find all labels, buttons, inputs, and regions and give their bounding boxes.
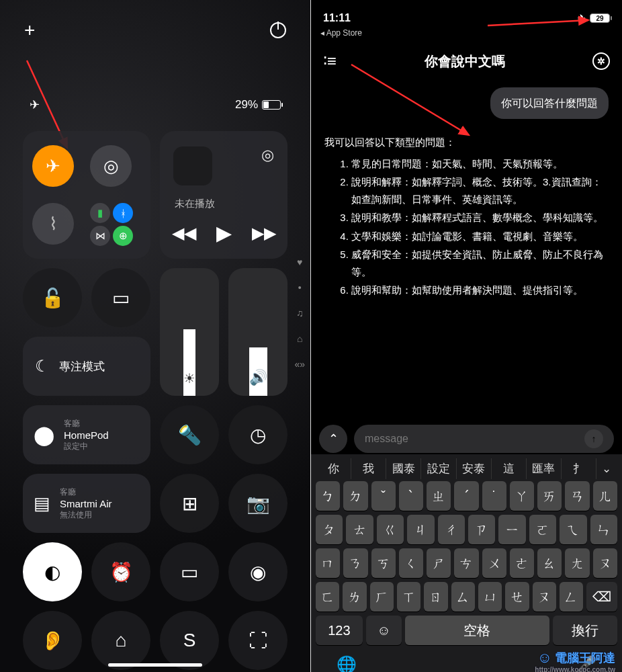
key[interactable]: ㄖ: [424, 582, 447, 612]
key[interactable]: ㄡ: [533, 582, 556, 612]
key[interactable]: ㄊ: [346, 515, 373, 544]
space-key[interactable]: 空格: [405, 616, 549, 645]
suggestion[interactable]: 國泰: [386, 458, 421, 479]
airplane-mode-toggle[interactable]: ✈: [32, 145, 74, 187]
key[interactable]: ㄟ: [560, 515, 586, 544]
flashlight-button[interactable]: 🔦: [160, 405, 219, 464]
timer-button[interactable]: ◷: [228, 405, 287, 464]
key[interactable]: ㄐ: [407, 515, 434, 544]
key[interactable]: ㄦ: [593, 481, 617, 511]
focus-mode-tile[interactable]: ☾ 專注模式: [23, 337, 150, 396]
favorite-icon[interactable]: ♥: [297, 257, 302, 267]
orientation-lock-button[interactable]: 🔓: [23, 268, 82, 327]
brightness-slider[interactable]: ☀: [160, 268, 219, 396]
key[interactable]: ㄧ: [498, 515, 525, 544]
key[interactable]: ㄏ: [370, 582, 394, 612]
volume-slider[interactable]: 🔊: [228, 268, 287, 396]
wifi-toggle[interactable]: ⌇: [32, 203, 74, 245]
power-icon[interactable]: [270, 22, 286, 38]
send-button[interactable]: ↑: [584, 429, 603, 448]
key[interactable]: ㄣ: [590, 515, 617, 544]
music-icon[interactable]: ♫: [296, 308, 304, 319]
key[interactable]: ㄒ: [397, 582, 420, 612]
airdrop-toggle[interactable]: ◎: [90, 145, 132, 187]
key[interactable]: ˇ: [371, 481, 396, 511]
menu-icon[interactable]: ∶≡: [323, 52, 337, 71]
key[interactable]: ㄇ: [316, 548, 340, 578]
key[interactable]: ㄚ: [510, 481, 534, 511]
return-key[interactable]: 換行: [553, 616, 617, 645]
key[interactable]: ㄋ: [343, 548, 367, 578]
radio-icon[interactable]: «»: [294, 359, 305, 370]
homepod-tile[interactable]: ⬤ 客廳 HomePod 設定中: [23, 405, 150, 464]
key[interactable]: ㄙ: [451, 582, 475, 612]
key[interactable]: ㄤ: [565, 548, 589, 578]
camera-button[interactable]: 📷: [228, 474, 287, 533]
media-tile[interactable]: ◎ 未在播放 ◀◀ ▶ ▶▶: [160, 131, 287, 259]
key[interactable]: ㄩ: [478, 582, 502, 612]
home-icon[interactable]: ⌂: [297, 333, 302, 344]
key[interactable]: ㄅ: [316, 481, 340, 511]
key[interactable]: ㄕ: [427, 548, 451, 578]
key[interactable]: ˙: [482, 481, 506, 511]
key[interactable]: ㄡ: [593, 548, 617, 578]
suggestion-bar[interactable]: 你 我 國泰 設定 安泰 這 匯率 扌 ⌄: [314, 458, 619, 479]
backspace-key[interactable]: ⌫: [586, 582, 617, 612]
key[interactable]: ㄝ: [505, 582, 529, 612]
alarm-button[interactable]: ⏰: [91, 542, 150, 601]
emoji-key[interactable]: ☺: [366, 616, 402, 645]
key[interactable]: ㄗ: [468, 515, 495, 544]
suggestion[interactable]: 扌: [562, 458, 596, 479]
play-icon[interactable]: ▶: [216, 221, 232, 245]
key[interactable]: ㄜ: [510, 548, 534, 578]
keyboard[interactable]: 你 我 國泰 設定 安泰 這 匯率 扌 ⌄ ㄅㄉˇˋㄓˊ˙ㄚㄞㄢㄦ ㄆㄊㄍㄐㄔㄗ…: [311, 454, 622, 672]
key[interactable]: ㄢ: [565, 481, 589, 511]
key[interactable]: ㄨ: [482, 548, 506, 578]
key[interactable]: ㄞ: [537, 481, 562, 511]
screen-record-button[interactable]: ◉: [228, 542, 287, 601]
home-indicator[interactable]: [108, 663, 202, 667]
add-icon[interactable]: +: [24, 19, 35, 41]
key[interactable]: ㄘ: [454, 548, 478, 578]
key[interactable]: ㄛ: [529, 515, 556, 544]
suggestion[interactable]: 設定: [421, 458, 456, 479]
connectivity-tile[interactable]: ✈ ◎ ⌇ ▮ ᚼ ⋈ ⊕: [23, 131, 150, 259]
key[interactable]: ˋ: [399, 481, 423, 511]
message-input[interactable]: message ↑: [354, 425, 614, 453]
dark-mode-button[interactable]: ◐: [23, 542, 82, 601]
hearing-button[interactable]: 👂: [23, 611, 82, 670]
settings-icon[interactable]: ✲: [592, 52, 610, 70]
shazam-button[interactable]: S: [160, 611, 219, 670]
calculator-button[interactable]: ⊞: [160, 474, 219, 533]
suggestion[interactable]: 安泰: [457, 458, 492, 479]
home-app-button[interactable]: ⌂: [91, 611, 150, 670]
key[interactable]: ㄔ: [438, 515, 465, 544]
rewind-icon[interactable]: ◀◀: [172, 224, 196, 243]
key[interactable]: ㄎ: [371, 548, 396, 578]
forward-icon[interactable]: ▶▶: [252, 224, 276, 243]
key[interactable]: ㄠ: [537, 548, 562, 578]
expand-suggestions[interactable]: ⌄: [596, 459, 617, 478]
vpn-icon[interactable]: ⊕: [113, 226, 133, 246]
suggestion[interactable]: 你: [316, 458, 351, 479]
collapse-button[interactable]: ⌃: [319, 425, 347, 453]
low-power-button[interactable]: ▭: [160, 542, 219, 601]
link-icon[interactable]: ⋈: [90, 226, 110, 246]
dot-icon[interactable]: •: [298, 282, 302, 293]
smartmi-tile[interactable]: ▤ 客廳 Smartmi Air 無法使用: [23, 474, 150, 533]
key[interactable]: ˊ: [454, 481, 478, 511]
key[interactable]: ㄥ: [560, 582, 583, 612]
key[interactable]: ㄈ: [316, 582, 339, 612]
key[interactable]: ㄓ: [427, 481, 451, 511]
qr-scan-button[interactable]: ⛶: [228, 611, 287, 670]
screen-mirroring-button[interactable]: ▭: [91, 268, 150, 327]
key[interactable]: ㄑ: [399, 548, 423, 578]
cellular-bluetooth-group[interactable]: ▮ ᚼ ⋈ ⊕: [90, 203, 132, 245]
suggestion[interactable]: 我: [351, 458, 386, 479]
suggestion[interactable]: 匯率: [527, 458, 562, 479]
key-123[interactable]: 123: [316, 616, 363, 645]
globe-icon[interactable]: 🌐: [337, 655, 357, 672]
suggestion[interactable]: 這: [492, 458, 527, 479]
bluetooth-icon[interactable]: ᚼ: [113, 203, 133, 223]
key[interactable]: ㄌ: [343, 582, 366, 612]
